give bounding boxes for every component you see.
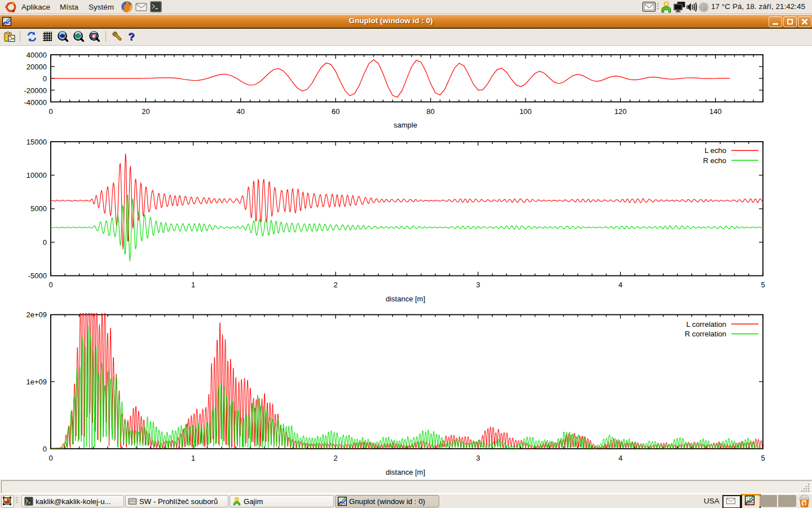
svg-text:120: 120 (615, 107, 627, 116)
svg-text:1: 1 (191, 454, 195, 462)
svg-text:60: 60 (332, 107, 339, 116)
svg-text:15000: 15000 (27, 138, 47, 146)
svg-text:40000: 40000 (27, 51, 47, 59)
svg-text:3: 3 (476, 281, 480, 289)
svg-text:-5000: -5000 (28, 271, 47, 280)
svg-text:distance [m]: distance [m] (386, 295, 425, 303)
svg-text:5: 5 (761, 454, 765, 462)
svg-text:-20000: -20000 (24, 86, 47, 95)
svg-text:0: 0 (48, 107, 52, 116)
svg-text:1e+09: 1e+09 (26, 378, 47, 386)
svg-text:20: 20 (142, 107, 149, 116)
svg-text:0: 0 (43, 238, 47, 247)
svg-text:1: 1 (191, 281, 195, 289)
svg-text:3: 3 (476, 454, 480, 462)
svg-text:80: 80 (426, 107, 434, 116)
svg-text:5000: 5000 (30, 204, 47, 213)
svg-text:2e+09: 2e+09 (26, 310, 47, 319)
svg-text:0: 0 (43, 445, 47, 453)
svg-text:4: 4 (619, 281, 623, 289)
svg-text:4: 4 (619, 454, 623, 462)
svg-text:L echo: L echo (704, 146, 726, 155)
svg-text:R echo: R echo (703, 156, 726, 165)
svg-text:100: 100 (519, 107, 532, 116)
svg-text:0: 0 (48, 281, 52, 289)
svg-text:0: 0 (48, 454, 52, 462)
svg-text:2: 2 (334, 281, 338, 289)
svg-text:0: 0 (43, 75, 47, 83)
svg-text:-40000: -40000 (24, 98, 47, 107)
svg-text:10000: 10000 (27, 171, 47, 179)
svg-text:40: 40 (237, 107, 245, 116)
svg-text:140: 140 (709, 107, 722, 116)
svg-text:sample: sample (394, 121, 417, 129)
svg-text:20000: 20000 (27, 63, 47, 71)
svg-text:R correlation: R correlation (685, 330, 726, 338)
svg-text:2: 2 (334, 454, 338, 462)
svg-text:L correlation: L correlation (686, 320, 726, 329)
svg-text:5: 5 (761, 281, 765, 289)
svg-text:distance [m]: distance [m] (386, 468, 425, 476)
